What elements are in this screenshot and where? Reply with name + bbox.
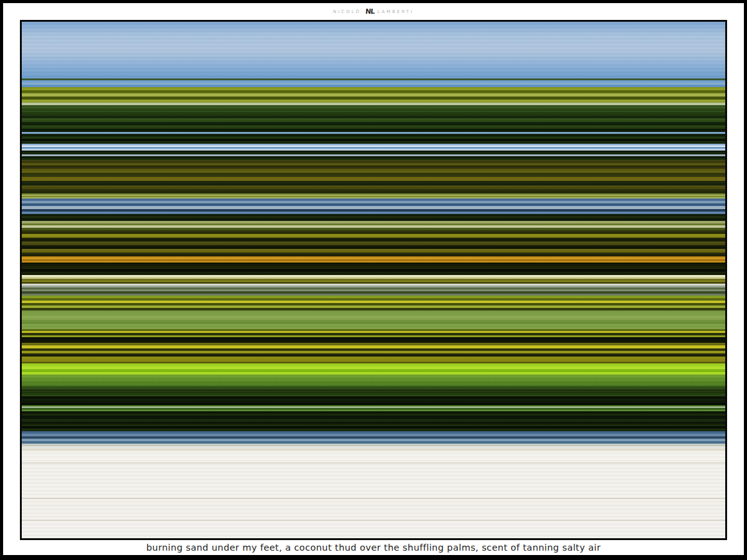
stripe-band	[22, 343, 725, 359]
caption-row: burning sand under my feet, a coconut th…	[3, 540, 744, 555]
artwork-canvas	[22, 22, 725, 538]
stripe-band	[22, 198, 725, 214]
artwork-frame	[20, 20, 727, 540]
stripe-band	[22, 263, 725, 275]
stripe-band	[22, 396, 725, 405]
stripe-band	[22, 521, 725, 538]
stripe-band	[22, 279, 725, 284]
stripe-band	[22, 144, 725, 151]
stripe-band	[22, 444, 725, 449]
caption-text: burning sand under my feet, a coconut th…	[146, 543, 601, 553]
stripe-band	[22, 256, 725, 263]
stripe-band	[22, 386, 725, 396]
stripe-band	[22, 221, 725, 230]
stripe-band	[22, 310, 725, 329]
stripe-band	[22, 405, 725, 411]
stripe-band	[22, 87, 725, 103]
stripe-band	[22, 134, 725, 144]
brand-first-name: NICOLÒ	[333, 9, 361, 14]
stripe-band	[22, 169, 725, 194]
stripe-band	[22, 80, 725, 87]
stripe-band	[22, 451, 725, 462]
stripe-band	[22, 105, 725, 132]
stripe-band	[22, 431, 725, 444]
stripe-band	[22, 287, 725, 296]
stripe-band	[22, 375, 725, 386]
stripe-band	[22, 160, 725, 169]
stripe-band	[22, 499, 725, 520]
stripe-band	[22, 296, 725, 310]
brand-monogram-icon: NL	[365, 7, 374, 16]
stripe-band	[22, 230, 725, 256]
stripe-band	[22, 214, 725, 221]
brand-logo: NICOLÒ NL LAMBERTI	[3, 3, 744, 20]
stripe-band	[22, 337, 725, 343]
stripe-band	[22, 363, 725, 375]
stripe-band	[22, 194, 725, 198]
stripe-band	[22, 411, 725, 431]
stripe-band	[22, 464, 725, 498]
poster-outer-border: NICOLÒ NL LAMBERTI burning sand under my…	[0, 0, 747, 560]
stripe-band	[22, 151, 725, 160]
stripe-band	[22, 359, 725, 363]
stripe-band	[22, 329, 725, 337]
poster-mat: NICOLÒ NL LAMBERTI burning sand under my…	[3, 3, 744, 555]
stripe-band	[22, 22, 725, 78]
brand-last-name: LAMBERTI	[377, 9, 414, 14]
